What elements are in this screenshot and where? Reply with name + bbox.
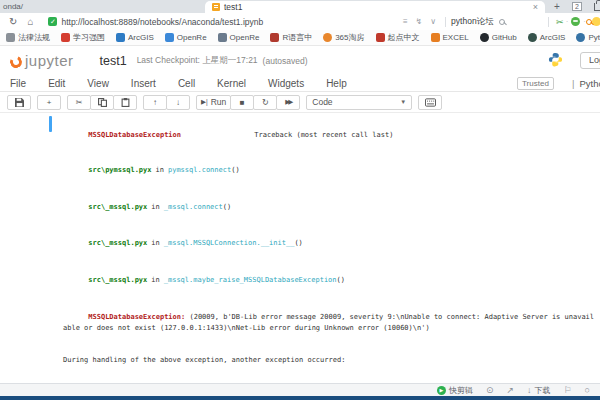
bookmark-item[interactable]: Python (576, 33, 600, 42)
jupyter-logo-text: jupyter (25, 52, 74, 69)
speed-ball-icon[interactable] (571, 17, 580, 26)
notebook-cell-output-area[interactable]: MSSQLDatabaseExceptionTraceback (most re… (0, 113, 600, 383)
bookmark-item[interactable]: ArcGIS (528, 33, 566, 42)
active-tab[interactable]: test1 × (205, 1, 545, 13)
bookmark-label: ArcGIS (128, 33, 154, 42)
url-input[interactable]: http://localhost:8889/notebooks/Anaconda… (61, 17, 398, 27)
reader-mode-icon[interactable]: ≡ (403, 17, 408, 26)
menu-view[interactable]: View (87, 78, 109, 89)
frame-function: _mssql.maybe_raise_MSSQLDatabaseExceptio… (164, 276, 337, 284)
screenshot-scissors-icon[interactable]: ✂ (556, 17, 564, 27)
bookmark-item[interactable]: OpenRe (218, 33, 260, 42)
tab-close-icon[interactable]: × (533, 3, 538, 11)
frame-in: in (156, 166, 164, 174)
bookmark-item[interactable]: R语言中 (270, 32, 312, 43)
traceback-frame: src\_mssql.pyxin_mssql.maybe_raise_MSSQL… (63, 265, 596, 295)
run-cell-button[interactable]: ▶| Run (196, 95, 231, 110)
cell-type-value: Code (312, 97, 332, 107)
bookmark-item[interactable]: GitHub (480, 33, 517, 42)
floppy-icon (15, 98, 24, 107)
bookmark-item[interactable]: 365淘房 (323, 32, 364, 43)
chevron-down-icon: ▼ (400, 99, 406, 105)
site-safety-shield-icon[interactable]: ✓ (48, 17, 57, 26)
download-manager[interactable]: ↓ 下载 (527, 385, 551, 396)
move-cell-down-button[interactable]: ↓ (166, 95, 190, 110)
jupyter-logo[interactable]: jupyter (10, 52, 74, 69)
menu-widgets[interactable]: Widgets (268, 78, 304, 89)
bookmark-item[interactable]: 起点中文 (376, 32, 420, 43)
history-icon[interactable]: ⊙ (486, 386, 494, 395)
reload-icon[interactable]: ↻ (9, 17, 17, 27)
taskbar-edge (0, 396, 600, 400)
menu-insert[interactable]: Insert (131, 78, 156, 89)
frame-in: in (151, 239, 159, 247)
kernel-name: Python 3 (579, 78, 600, 89)
circle-icon[interactable]: ○ (585, 386, 590, 395)
menu-edit[interactable]: Edit (48, 78, 65, 89)
menu-kernel[interactable]: Kernel (217, 78, 246, 89)
paste-cell-button[interactable] (113, 95, 137, 110)
boost-icon[interactable]: ↗ (506, 386, 514, 395)
menu-cell[interactable]: Cell (178, 78, 195, 89)
bookmark-item[interactable]: EXCEL (431, 33, 469, 42)
move-cell-up-button[interactable]: ↑ (143, 95, 167, 110)
bookmark-label: 法律法规 (18, 32, 50, 43)
save-button[interactable] (7, 95, 31, 110)
bookmarks-bar: 法律法规 学习强国 ArcGIS OpenRe OpenRe R语言中 365淘… (0, 30, 600, 46)
logout-button[interactable]: Logout (580, 52, 600, 69)
bookmark-label: OpenRe (177, 33, 207, 42)
basket-icon[interactable] (594, 3, 600, 11)
browser-search-box[interactable]: python论坛 (451, 16, 543, 28)
bookmark-favicon (323, 33, 332, 42)
notebook-title[interactable]: test1 (100, 54, 127, 68)
traceback-header: MSSQLDatabaseExceptionTraceback (most re… (63, 120, 596, 150)
run-label: Run (211, 97, 227, 107)
bookmark-favicon (376, 33, 385, 42)
bookmark-favicon (165, 33, 174, 42)
flag-icon[interactable]: ⚐ (563, 386, 571, 395)
dropdown-chevron-icon[interactable]: ∨ (430, 17, 436, 26)
bookmark-item[interactable]: OpenRe (165, 33, 207, 42)
menu-help[interactable]: Help (326, 78, 347, 89)
home-icon[interactable]: ⌂ (27, 17, 33, 27)
frame-in: in (151, 203, 159, 211)
command-palette-button[interactable] (418, 95, 442, 110)
traceback-label: Traceback (most recent call last) (254, 131, 393, 139)
checkpoint-status: Last Checkpoint: 上星期一17:21 (137, 55, 258, 67)
bookmark-item[interactable]: ArcGIS (116, 33, 154, 42)
cell-type-dropdown[interactable]: Code ▼ (306, 95, 412, 110)
background-tab[interactable]: onda/ (0, 0, 205, 13)
frame-function: _mssql.MSSQLConnection.__init__ (164, 239, 295, 247)
quick-clip-tool[interactable]: ▶ 快剪辑 (437, 385, 473, 396)
quick-clip-icon: ▶ (437, 386, 446, 395)
bookmark-item[interactable]: 学习强国 (61, 32, 105, 43)
bookmark-favicon (576, 33, 585, 42)
traceback-frame: src\_mssql.pyxin_mssql.connect() (63, 192, 596, 222)
cut-cell-button[interactable]: ✂ (67, 95, 91, 110)
error-traceback: MSSQLDatabaseExceptionTraceback (most re… (63, 120, 596, 383)
bookmark-favicon (218, 33, 227, 42)
restart-run-all-button[interactable]: ▶▶ (276, 95, 300, 110)
new-tab-button[interactable]: + (554, 1, 560, 13)
search-input[interactable]: python论坛 (451, 16, 494, 28)
frame-parens: () (223, 203, 231, 211)
speed-mode-icon[interactable]: ↯ (416, 17, 423, 26)
window-count-badge[interactable]: 2 (572, 2, 582, 11)
search-extension-icon[interactable] (586, 19, 592, 25)
frame-parens: () (294, 239, 302, 247)
divider (548, 17, 549, 27)
trusted-badge: Trusted (517, 77, 554, 90)
bookmark-item[interactable]: 法律法规 (6, 32, 50, 43)
frame-parens: () (231, 166, 239, 174)
search-icon[interactable] (499, 19, 505, 25)
add-cell-button[interactable]: + (37, 95, 61, 110)
copy-cell-button[interactable] (90, 95, 114, 110)
restart-kernel-button[interactable]: ↻ (253, 95, 277, 110)
dot-separator: · (566, 17, 569, 26)
interrupt-kernel-button[interactable]: ■ (230, 95, 254, 110)
menu-file[interactable]: File (10, 78, 26, 89)
python-logo-icon (548, 52, 563, 71)
exception-name: MSSQLDatabaseException (88, 130, 254, 140)
jupyter-planet-icon (8, 54, 23, 69)
active-tab-label: test1 (224, 2, 242, 12)
